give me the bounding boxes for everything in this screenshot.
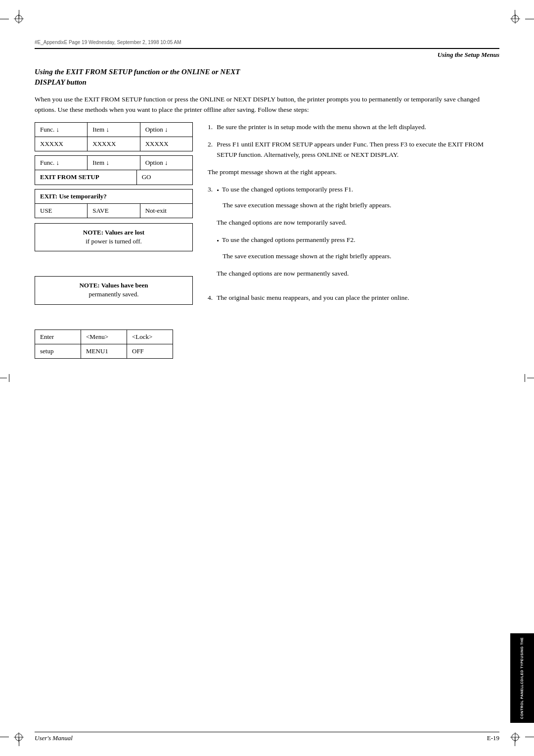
note-box-1: NOTE: Values are lost if power is turned… [35, 223, 193, 252]
lcd-row-header-1: Func. ↓ Item ↓ Option ↓ [35, 123, 192, 137]
step-1-num: 1. [208, 122, 213, 133]
steps-list: 1. Be sure the printer is in setup mode … [208, 122, 499, 160]
crop-mark [0, 737, 9, 737]
corner-mark-br [510, 732, 520, 742]
menu-cell-menu-label: <Menu> [81, 330, 127, 344]
section-header: Using the Setup Menus [35, 51, 499, 59]
crop-mark [525, 19, 534, 19]
step-3: 3. • To use the changed options temporar… [208, 185, 499, 286]
lcd-cell-exit-from-setup: EXIT FROM SETUP [35, 170, 137, 184]
step-2-num: 2. [208, 140, 213, 160]
content-area: #E_AppendixE Page 19 Wednesday, Septembe… [35, 40, 499, 716]
sidebar-tab: USING THE LCD/LED TYPE CONTROL PANEL [510, 633, 534, 723]
lcd-row-values-2: EXIT FROM SETUP GO [35, 170, 192, 184]
chapter-heading: Using the EXIT FROM SETUP function or th… [35, 67, 499, 88]
lcd-cell-not-exit: Not-exit [140, 204, 192, 218]
step-2-text: Press F1 until EXIT FROM SETUP appears u… [217, 140, 499, 160]
menu-cell-menu1: MENU1 [81, 344, 127, 358]
lcd-cell-item-label-2: Item ↓ [88, 156, 140, 170]
lcd-display-3: EXIT: Use temporarily? USE SAVE Not-exit [35, 189, 193, 218]
lcd-cell-option-label-1: Option ↓ [140, 123, 192, 137]
crop-mark [527, 378, 534, 378]
lcd-cell-func-label-2: Func. ↓ [35, 156, 88, 170]
body-paragraph: When you use the EXIT FROM SETUP functio… [35, 94, 499, 115]
chapter-heading-line2: DISPLAY button [35, 78, 87, 86]
lcd-cell-option-label-2: Option ↓ [140, 156, 192, 170]
note-body-2: permanently saved. [42, 289, 185, 299]
corner-mark-tr [510, 14, 520, 24]
note-body-1: if power is turned off. [42, 236, 185, 246]
crop-mark [0, 19, 9, 19]
crop-mark [19, 737, 19, 746]
bullet-dot-1: • [217, 186, 219, 196]
lcd-cell-go: GO [137, 170, 192, 184]
crop-mark [0, 378, 7, 378]
lcd-cell-exit-label: EXIT: Use temporarily? [35, 189, 192, 203]
left-column: Func. ↓ Item ↓ Option ↓ XXXXX XXXXX XXXX… [35, 122, 193, 359]
lcd-cell-item-label-1: Item ↓ [88, 123, 140, 137]
crop-mark [19, 10, 19, 19]
lcd-display-1: Func. ↓ Item ↓ Option ↓ XXXXX XXXXX XXXX… [35, 122, 193, 151]
step-4-text: The original basic menu reappears, and y… [217, 293, 499, 303]
perm-saved-msg: The changed options are now permanently … [217, 269, 499, 279]
sidebar-tab-text3: CONTROL PANEL [520, 686, 524, 719]
right-column: 1. Be sure the printer is in setup mode … [208, 122, 499, 359]
lcd-cell-item-val-1: XXXXX [88, 137, 140, 151]
note-title-1: NOTE: Values are lost [42, 229, 185, 236]
prompt-message: The prompt message shown at the right ap… [208, 167, 499, 178]
lcd-cell-save: SAVE [88, 204, 140, 218]
bullet-2-detail: The save execution message shown at the … [222, 251, 499, 262]
file-info: #E_AppendixE Page 19 Wednesday, Septembe… [35, 40, 499, 45]
menu-cell-setup: setup [35, 344, 81, 358]
menu-row-2: setup MENU1 OFF [35, 344, 173, 358]
bullet-dot-2: • [217, 236, 219, 246]
note-box-2: NOTE: Values have been permanently saved… [35, 276, 193, 305]
step-1: 1. Be sure the printer is in setup mode … [208, 122, 499, 133]
two-column-layout: Func. ↓ Item ↓ Option ↓ XXXXX XXXXX XXXX… [35, 122, 499, 359]
bullet-1-text: To use the changed options temporarily p… [222, 185, 353, 196]
step-3-list: 3. • To use the changed options temporar… [208, 185, 499, 303]
lcd-cell-func-val-1: XXXXX [35, 137, 88, 151]
lcd-row-exit-label: EXIT: Use temporarily? [35, 189, 192, 204]
step-4-num: 4. [208, 293, 213, 303]
lcd-cell-option-val-1: XXXXX [140, 137, 192, 151]
bullet-1-detail: The save execution message shown at the … [222, 200, 499, 211]
step-3-num: 3. [208, 185, 213, 286]
lcd-cell-func-label-1: Func. ↓ [35, 123, 88, 137]
sidebar-tab-text: USING THE [520, 637, 524, 659]
note-title-2: NOTE: Values have been [42, 282, 185, 289]
footer: User's Manual E-19 [35, 734, 499, 742]
footer-page-number: E-19 [487, 734, 499, 742]
crop-mark [515, 10, 515, 19]
footer-manual-label: User's Manual [35, 734, 73, 742]
menu-cell-lock-label: <Lock> [127, 330, 173, 344]
lcd-row-exit-options: USE SAVE Not-exit [35, 204, 192, 218]
step-1-text: Be sure the printer is in setup mode wit… [217, 122, 499, 133]
bullet-2-text: To use the changed options permanently p… [222, 235, 356, 246]
crop-mark [9, 374, 9, 382]
bottom-rule [35, 732, 499, 732]
crop-mark [525, 737, 534, 737]
menu-cell-enter: Enter [35, 330, 81, 344]
bullet-2: • To use the changed options permanently… [217, 235, 499, 246]
chapter-heading-line1: Using the EXIT FROM SETUP function or th… [35, 68, 240, 76]
sidebar-tab-text2: LCD/LED TYPE [520, 659, 524, 687]
crop-mark [525, 374, 525, 382]
temp-saved-msg: The changed options are now temporarily … [217, 218, 499, 228]
menu-cell-off: OFF [127, 344, 173, 358]
page: USING THE LCD/LED TYPE CONTROL PANEL #E_… [0, 0, 534, 756]
step-2: 2. Press F1 until EXIT FROM SETUP appear… [208, 140, 499, 160]
lcd-row-header-2: Func. ↓ Item ↓ Option ↓ [35, 156, 192, 170]
step-3-content: • To use the changed options temporarily… [217, 185, 499, 286]
menu-row-1: Enter <Menu> <Lock> [35, 330, 173, 344]
lcd-cell-use: USE [35, 204, 88, 218]
step-4: 4. The original basic menu reappears, an… [208, 293, 499, 303]
lcd-row-values-1: XXXXX XXXXX XXXXX [35, 137, 192, 151]
bullet-1: • To use the changed options temporarily… [217, 185, 499, 196]
lcd-display-2: Func. ↓ Item ↓ Option ↓ EXIT FROM SETUP … [35, 155, 193, 185]
menu-table: Enter <Menu> <Lock> setup MENU1 OFF [35, 330, 173, 359]
crop-mark [515, 737, 515, 746]
top-rule [35, 48, 499, 49]
